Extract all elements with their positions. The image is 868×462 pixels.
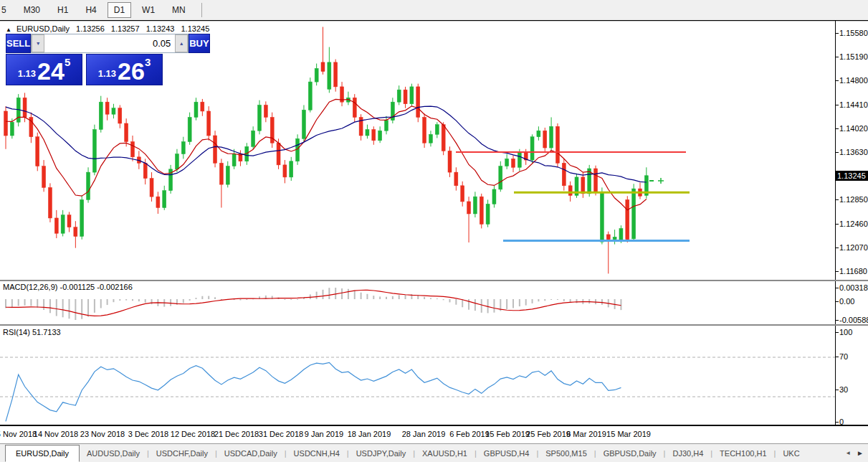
macd-axis-tick: -0.005889 bbox=[839, 316, 868, 324]
date-axis-label: 15 Feb 2019 bbox=[485, 430, 530, 438]
timeframe-w1[interactable]: W1 bbox=[135, 2, 161, 18]
date-axis-label: 15 Mar 2019 bbox=[606, 430, 651, 438]
date-axis-label: 23 Nov 2018 bbox=[80, 430, 125, 438]
date-axis-label: 21 Dec 2018 bbox=[214, 430, 259, 438]
timeframe-h4[interactable]: H4 bbox=[79, 2, 102, 18]
price-axis-tick: 1.11680 bbox=[839, 267, 867, 275]
price-axis-tick: 1.12070 bbox=[839, 243, 868, 252]
arrow-down-icon: ▼ bbox=[36, 41, 41, 46]
price-axis-tick: 1.12850 bbox=[839, 195, 868, 204]
macd-label: MACD(12,26,9) -0.001125 -0.002166 bbox=[3, 283, 133, 291]
timeframe-5[interactable]: 5 bbox=[0, 2, 13, 18]
tab-usdjpy-daily[interactable]: USDJPY,Daily bbox=[349, 444, 414, 462]
arrow-up-icon: ▲ bbox=[179, 41, 184, 46]
price-axis-tick: 1.13630 bbox=[839, 148, 868, 156]
rsi-axis-tick: 100 bbox=[839, 328, 852, 336]
tab-xauusd-h1[interactable]: XAUUSD,H1 bbox=[415, 444, 474, 462]
tab-scroll-nav: ◄ ► bbox=[845, 444, 864, 462]
quote-close: 1.13245 bbox=[181, 24, 210, 33]
tab-usdcnh-h4[interactable]: USDCNH,H4 bbox=[287, 444, 347, 462]
date-axis-label: 12 Dec 2018 bbox=[171, 430, 215, 438]
date-axis-label: 14 Nov 2018 bbox=[34, 430, 78, 438]
quote-open: 1.13256 bbox=[76, 24, 105, 33]
mt4-window: 5M30H1H4D1W1MN ▲ EURUSD,Daily 1.13256 1.… bbox=[0, 0, 868, 462]
tab-eurusd-daily[interactable]: EURUSD,Daily bbox=[5, 445, 80, 462]
rsi-label: RSI(14) 51.7133 bbox=[3, 328, 61, 336]
price-axis-tick: 1.12460 bbox=[839, 220, 868, 228]
quote-high: 1.13257 bbox=[111, 24, 140, 33]
date-axis-label: 31 Dec 2018 bbox=[259, 430, 303, 438]
macd-axis-tick: 0.00 bbox=[839, 297, 854, 306]
buy-price-display[interactable]: 1.13 26 3 bbox=[86, 54, 163, 85]
buy-price-pip: 3 bbox=[145, 56, 151, 68]
sell-price-big: 24 bbox=[37, 60, 65, 82]
rsi-axis-tick: 0 bbox=[839, 418, 844, 426]
buy-price-prefix: 1.13 bbox=[98, 68, 116, 79]
tab-scroll-left-icon[interactable]: ◄ bbox=[845, 450, 851, 456]
tab-scroll-right-icon[interactable]: ► bbox=[857, 449, 864, 457]
timeframe-m30[interactable]: M30 bbox=[17, 2, 47, 18]
current-price-tag: 1.13245 bbox=[836, 171, 868, 181]
rsi-axis-tick: 30 bbox=[839, 385, 848, 394]
tab-audusd-daily[interactable]: AUDUSD,Daily bbox=[80, 444, 147, 462]
tab-usdchf-daily[interactable]: USDCHF,Daily bbox=[149, 444, 215, 462]
macd-axis-tick: 0.003188 bbox=[839, 283, 868, 292]
tab-tech100-h1[interactable]: TECH100,H1 bbox=[712, 444, 773, 462]
date-axis-label: 5 Nov 2018 bbox=[0, 430, 37, 438]
buy-price-big: 26 bbox=[118, 60, 145, 82]
timeframe-toolbar: 5M30H1H4D1W1MN bbox=[0, 0, 868, 21]
price-axis-tick: 1.14800 bbox=[839, 76, 868, 85]
timeframe-d1[interactable]: D1 bbox=[108, 2, 131, 18]
date-axis-label: 18 Jan 2019 bbox=[348, 430, 391, 438]
volume-input[interactable] bbox=[44, 34, 175, 52]
toolbar-separator bbox=[201, 3, 202, 17]
chart-symbol-label: EURUSD,Daily bbox=[16, 24, 70, 33]
sell-button[interactable]: SELL bbox=[6, 34, 31, 53]
tab-gbpusd-h4[interactable]: GBPUSD,H4 bbox=[477, 444, 537, 462]
date-axis-label: 6 Feb 2019 bbox=[449, 430, 490, 438]
tab-dj30-h4[interactable]: DJ30,H4 bbox=[665, 444, 710, 462]
symbol-tabbar: EURUSD,DailyAUDUSD,Daily|USDCHF,Daily|US… bbox=[0, 443, 868, 462]
price-axis-tick: 1.14410 bbox=[839, 100, 868, 109]
one-click-trade-panel: SELL ▼ ▲ BUY 1.13 24 5 1.13 26 3 bbox=[6, 34, 163, 85]
sell-price-pip: 5 bbox=[65, 56, 70, 68]
tab-ukc[interactable]: UKC bbox=[776, 444, 806, 462]
sell-price-prefix: 1.13 bbox=[18, 68, 36, 79]
timeframe-mn[interactable]: MN bbox=[166, 2, 192, 18]
sell-price-display[interactable]: 1.13 24 5 bbox=[6, 54, 82, 85]
tab-usdcad-daily[interactable]: USDCAD,Daily bbox=[217, 444, 285, 462]
tab-gbpusd-daily[interactable]: GBPUSD,Daily bbox=[596, 444, 664, 462]
tab-sp500-m15[interactable]: SP500,M15 bbox=[538, 444, 593, 462]
price-axis-tick: 1.15190 bbox=[839, 52, 868, 61]
quote-low: 1.13243 bbox=[146, 24, 175, 33]
chart-header: ▲ EURUSD,Daily 1.13256 1.13257 1.13243 1… bbox=[6, 24, 214, 33]
volume-decrease-button[interactable]: ▼ bbox=[32, 34, 44, 52]
date-axis-label: 3 Dec 2018 bbox=[128, 430, 168, 438]
price-axis-tick: 1.14020 bbox=[839, 124, 868, 133]
rsi-axis-tick: 70 bbox=[839, 352, 848, 361]
timeframe-h1[interactable]: H1 bbox=[51, 2, 75, 18]
date-axis-label: 25 Feb 2019 bbox=[526, 430, 571, 438]
date-axis-label: 28 Jan 2019 bbox=[402, 430, 446, 438]
date-axis-label: 9 Jan 2019 bbox=[305, 430, 343, 438]
volume-stepper: ▼ ▲ bbox=[31, 34, 189, 53]
buy-button[interactable]: BUY bbox=[189, 34, 209, 53]
volume-increase-button[interactable]: ▲ bbox=[175, 34, 188, 52]
collapse-triangle-icon[interactable]: ▲ bbox=[6, 27, 11, 33]
price-axis-tick: 1.15580 bbox=[839, 29, 868, 37]
date-axis-label: 6 Mar 2019 bbox=[566, 430, 606, 438]
